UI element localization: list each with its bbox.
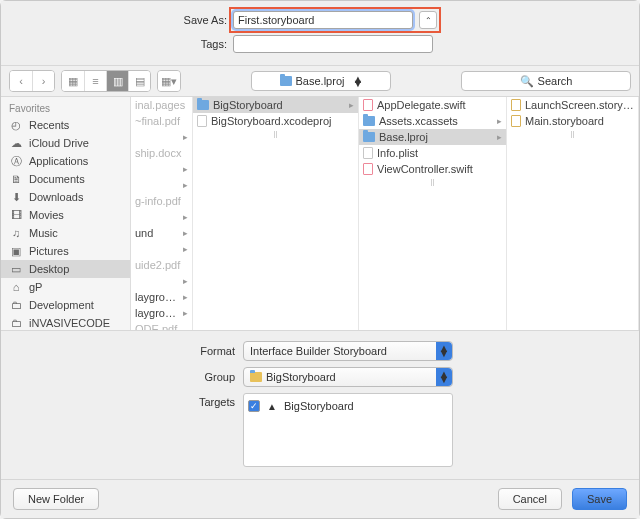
list-item[interactable]: ~final.pdf	[131, 113, 192, 129]
sidebar-item-icloud-drive[interactable]: ☁iCloud Drive	[1, 134, 130, 152]
file-name: AppDelegate.swift	[377, 99, 466, 111]
sidebar-icon: Ⓐ	[9, 155, 23, 167]
list-item[interactable]: uide2.pdf	[131, 257, 192, 273]
list-view-button[interactable]: ≡	[84, 71, 106, 91]
column-3[interactable]: LaunchScreen.storyboardMain.storyboard||	[507, 97, 639, 330]
sidebar-item-downloads[interactable]: ⬇Downloads	[1, 188, 130, 206]
chevron-right-icon: ▸	[183, 212, 188, 222]
list-item[interactable]: layground▸	[131, 289, 192, 305]
saveas-label: Save As:	[13, 14, 233, 26]
column-0[interactable]: inal.pages~final.pdf▸ship.docx▸▸g-info.p…	[131, 97, 193, 330]
view-mode-group: ▦ ≡ ▥ ▤	[61, 70, 151, 92]
column-browser: inal.pages~final.pdf▸ship.docx▸▸g-info.p…	[131, 97, 639, 330]
sidebar-item-label: gP	[29, 281, 42, 293]
sidebar-item-desktop[interactable]: ▭Desktop	[1, 260, 130, 278]
list-item[interactable]: layground▸	[131, 305, 192, 321]
sidebar-item-movies[interactable]: 🎞Movies	[1, 206, 130, 224]
list-item[interactable]: ▸	[131, 161, 192, 177]
group-select[interactable]: BigStoryboard ▲▼	[243, 367, 453, 387]
column-1[interactable]: BigStoryboard▸BigStoryboard.xcodeproj||	[193, 97, 359, 330]
favorites-header: Favorites	[1, 99, 130, 116]
column-2[interactable]: AppDelegate.swiftAssets.xcassets▸Base.lp…	[359, 97, 507, 330]
list-item[interactable]: Assets.xcassets▸	[359, 113, 506, 129]
footer: New Folder Cancel Save	[1, 479, 639, 518]
list-item[interactable]: Main.storyboard	[507, 113, 638, 129]
list-item[interactable]: ODE.pdf	[131, 321, 192, 330]
search-placeholder: Search	[538, 75, 573, 87]
sidebar-icon: ▣	[9, 245, 23, 257]
sidebar-item-applications[interactable]: ⒶApplications	[1, 152, 130, 170]
format-value: Interface Builder Storyboard	[250, 345, 387, 357]
list-item[interactable]: ViewController.swift	[359, 161, 506, 177]
chevron-right-icon: ▸	[183, 164, 188, 174]
expand-button[interactable]: ⌃	[419, 11, 437, 29]
list-item[interactable]: und▸	[131, 225, 192, 241]
chevron-up-icon: ⌃	[425, 16, 432, 25]
list-item[interactable]: LaunchScreen.storyboard	[507, 97, 638, 113]
new-folder-button[interactable]: New Folder	[13, 488, 99, 510]
chevron-right-icon: ▸	[183, 180, 188, 190]
sidebar-item-gp[interactable]: ⌂gP	[1, 278, 130, 296]
swift-icon	[363, 99, 373, 111]
list-item[interactable]: BigStoryboard▸	[193, 97, 358, 113]
format-select[interactable]: Interface Builder Storyboard ▲▼	[243, 341, 453, 361]
select-stepper-icon: ▲▼	[436, 342, 452, 360]
target-row[interactable]: ✓ ▲ BigStoryboard	[248, 398, 448, 414]
sidebar-icon: 🗀	[9, 317, 23, 329]
path-popup[interactable]: Base.lproj ▲▼	[251, 71, 391, 91]
column-view-button[interactable]: ▥	[106, 71, 128, 91]
app-icon: ▲	[266, 400, 278, 412]
search-input[interactable]: 🔍 Search	[461, 71, 631, 91]
list-item[interactable]: ship.docx	[131, 145, 192, 161]
sidebar-item-pictures[interactable]: ▣Pictures	[1, 242, 130, 260]
gallery-view-button[interactable]: ▤	[128, 71, 150, 91]
target-checkbox[interactable]: ✓	[248, 400, 260, 412]
chevron-right-icon: ▸	[349, 100, 354, 110]
file-name: Main.storyboard	[525, 115, 604, 127]
list-item[interactable]: ▸	[131, 241, 192, 257]
sidebar-item-development[interactable]: 🗀Development	[1, 296, 130, 314]
list-item[interactable]: Base.lproj▸	[359, 129, 506, 145]
list-item[interactable]: BigStoryboard.xcodeproj	[193, 113, 358, 129]
chevron-right-icon: ▸	[183, 132, 188, 142]
sidebar-icon: ▭	[9, 263, 23, 275]
tags-input[interactable]	[233, 35, 433, 53]
list-item[interactable]: g-info.pdf	[131, 193, 192, 209]
arrange-button[interactable]: ▦▾	[158, 71, 180, 91]
chevron-right-icon: ▸	[183, 276, 188, 286]
toolbar: ‹ › ▦ ≡ ▥ ▤ ▦▾ Base.lproj ▲▼ 🔍 Search	[1, 65, 639, 97]
list-item[interactable]: ▸	[131, 129, 192, 145]
sidebar-item-label: Pictures	[29, 245, 69, 257]
list-item[interactable]: Info.plist	[359, 145, 506, 161]
cancel-button[interactable]: Cancel	[498, 488, 562, 510]
list-item[interactable]: ▸	[131, 177, 192, 193]
saveas-wrap	[233, 11, 413, 29]
list-item[interactable]: AppDelegate.swift	[359, 97, 506, 113]
list-item[interactable]: ▸	[131, 273, 192, 289]
storyboard-icon	[511, 115, 521, 127]
icon-view-button[interactable]: ▦	[62, 71, 84, 91]
chevron-right-icon: ▸	[183, 244, 188, 254]
file-name: Info.plist	[377, 147, 418, 159]
select-stepper-icon: ▲▼	[436, 368, 452, 386]
target-name: BigStoryboard	[284, 400, 354, 412]
sidebar-icon: ◴	[9, 119, 23, 131]
list-item[interactable]: inal.pages	[131, 97, 192, 113]
sidebar-item-label: Downloads	[29, 191, 83, 203]
list-item[interactable]: ▸	[131, 209, 192, 225]
forward-button[interactable]: ›	[32, 71, 54, 91]
sidebar-icon: 🗀	[9, 299, 23, 311]
sidebar-item-recents[interactable]: ◴Recents	[1, 116, 130, 134]
file-name: LaunchScreen.storyboard	[525, 99, 634, 111]
sidebar-icon: 🗎	[9, 173, 23, 185]
sidebar-item-music[interactable]: ♫Music	[1, 224, 130, 242]
saveas-input[interactable]	[233, 11, 413, 29]
sidebar-item-label: iCloud Drive	[29, 137, 89, 149]
sidebar-item-documents[interactable]: 🗎Documents	[1, 170, 130, 188]
folder-icon	[280, 76, 292, 86]
arrange-group: ▦▾	[157, 70, 181, 92]
sidebar-item-label: Music	[29, 227, 58, 239]
sidebar-item-invasivecode[interactable]: 🗀iNVASIVECODE	[1, 314, 130, 330]
back-button[interactable]: ‹	[10, 71, 32, 91]
save-button[interactable]: Save	[572, 488, 627, 510]
